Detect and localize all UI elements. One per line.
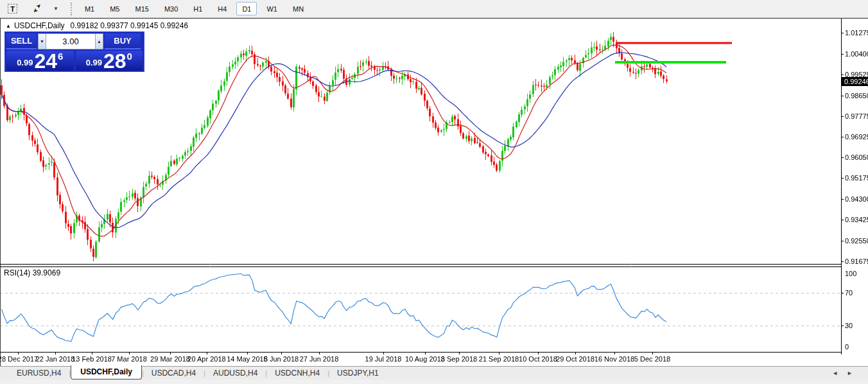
price-axis-label: 0.98650 [845, 92, 868, 100]
price-axis-label: 0.96050 [845, 153, 868, 161]
text-tool-button[interactable]: T [2, 2, 23, 15]
date-axis-label: 5 Jun 2018 [264, 355, 299, 363]
chevron-down-icon: ▼ [53, 6, 58, 12]
tab-scroll-arrows: ◄► [832, 370, 862, 376]
tab-usdchf-daily[interactable]: USDCHF,Daily [71, 365, 142, 380]
ask-price-button[interactable]: 0.99 28 0 [76, 51, 143, 71]
chart-ohlc-values: 0.99182 0.99377 0.99145 0.99246 [71, 21, 189, 30]
bid-price-major: 0.99 [17, 58, 33, 67]
rsi-axis-label: 0 [845, 343, 849, 351]
timeframe-group: M1M5M15M30H1H4D1W1MN [79, 2, 309, 15]
one-click-trade-panel: SELL ▼ ▲ BUY 0.99 24 6 0.99 28 0 [4, 31, 144, 72]
timeframe-button-H4[interactable]: H4 [212, 2, 232, 15]
date-axis-label: 14 May 2018 [227, 355, 268, 363]
rsi-axis-label: 70 [845, 289, 853, 297]
date-axis-label: 21 Sep 2018 [479, 355, 519, 363]
rsi-axis-label: 30 [845, 322, 853, 329]
volume-increase-button[interactable]: ▲ [95, 33, 103, 49]
toolbar: T ➤ ➤ ▼ M1M5M15M30H1H4D1W1MN [0, 0, 868, 18]
timeframe-button-H1[interactable]: H1 [187, 2, 208, 15]
chart-tabs: EURUSD,H4|USDCHF,Daily|USDCAD,H4|AUDUSD,… [9, 367, 386, 380]
tab-scroll-left-icon[interactable]: ◄ [832, 370, 847, 376]
date-axis-label: 29 Oct 2018 [556, 355, 595, 363]
cursor-arrows-tool-button[interactable]: ➤ ➤ ▼ [23, 2, 64, 15]
date-axis-label: 22 Jan 2018 [36, 355, 75, 363]
bid-price-button[interactable]: 0.99 24 6 [6, 51, 74, 71]
date-axis-label: 16 Nov 2018 [595, 355, 634, 363]
tab-usdcnh-h4[interactable]: USDCNH,H4 [267, 367, 327, 379]
date-axis-label: 10 Aug 2018 [405, 355, 445, 363]
timeframe-button-M30[interactable]: M30 [159, 2, 184, 15]
status-strip [0, 380, 868, 384]
volume-decrease-button[interactable]: ▼ [38, 33, 46, 49]
price-axis-label: 0.93425 [845, 216, 868, 223]
rsi-indicator-label: RSI(14) 39.9069 [4, 268, 60, 277]
date-axis-label: 20 Apr 2018 [187, 355, 225, 363]
volume-input[interactable] [46, 33, 95, 49]
price-axis-label: 0.94300 [845, 195, 868, 203]
date-axis-label: 29 Mar 2018 [150, 355, 190, 363]
toolbar-grip [71, 3, 74, 15]
price-axis-label: 0.95175 [845, 174, 868, 182]
tab-scroll-right-icon[interactable]: ► [847, 370, 862, 376]
current-price-tag: 0.99246 [842, 77, 868, 86]
date-axis-label: 13 Feb 2018 [72, 355, 112, 363]
tab-usdcad-h4[interactable]: USDCAD,H4 [144, 367, 204, 379]
ask-price-major: 0.99 [86, 58, 102, 67]
price-axis-label: 0.92550 [845, 237, 868, 245]
date-axis-label: 10 Oct 2018 [519, 355, 557, 363]
chart-tabbar: EURUSD,H4|USDCHF,Daily|USDCAD,H4|AUDUSD,… [0, 366, 868, 380]
cursor-arrows-icon: ➤ ➤ [31, 2, 47, 15]
tab-eurusd-h4[interactable]: EURUSD,H4 [9, 367, 69, 379]
date-axis-label: 3 Sep 2018 [441, 355, 477, 363]
price-axis-label: 0.91675 [845, 257, 868, 265]
timeframe-button-D1[interactable]: D1 [236, 2, 257, 15]
chart-area: ▲USDCHF,Daily0.99182 0.99377 0.99145 0.9… [0, 18, 868, 366]
timeframe-button-W1[interactable]: W1 [261, 2, 283, 15]
sell-button[interactable]: SELL [6, 33, 37, 49]
text-tool-icon: T [8, 4, 17, 13]
tab-audusd-h4[interactable]: AUDUSD,H4 [205, 367, 265, 379]
date-axis-label: 28 Dec 2017 [0, 355, 38, 363]
ask-price-pips: 28 [103, 53, 126, 69]
bid-price-point: 6 [58, 51, 63, 62]
date-axis-label: 27 Jun 2018 [300, 355, 339, 363]
timeframe-button-M15[interactable]: M15 [129, 2, 154, 15]
ask-price-point: 0 [127, 51, 132, 62]
tab-usdjpy-h1[interactable]: USDJPY,H1 [329, 367, 386, 379]
date-axis-label: 5 Dec 2018 [634, 355, 670, 363]
price-axis-label: 0.96925 [845, 133, 868, 141]
rsi-axis-label: 100 [845, 270, 856, 277]
date-axis-label: 19 Jul 2018 [365, 355, 402, 363]
chart-symbol-label: USDCHF,Daily [14, 21, 65, 30]
chart-title: ▲USDCHF,Daily0.99182 0.99377 0.99145 0.9… [6, 21, 188, 30]
date-axis-label: 7 Mar 2018 [111, 355, 147, 363]
buy-button[interactable]: BUY [105, 33, 141, 49]
bid-price-pips: 24 [34, 53, 57, 69]
timeframe-button-M5[interactable]: M5 [104, 2, 125, 15]
collapse-panel-icon[interactable]: ▲ [6, 23, 11, 29]
price-axis-label: 1.00400 [845, 50, 868, 58]
app-window: T ➤ ➤ ▼ M1M5M15M30H1H4D1W1MN ▲USDCHF,Dai… [0, 0, 868, 384]
price-axis-label: 0.97775 [845, 112, 868, 120]
timeframe-button-M1[interactable]: M1 [79, 2, 100, 15]
timeframe-button-MN[interactable]: MN [287, 2, 309, 15]
price-axis-label: 1.01275 [845, 29, 868, 37]
